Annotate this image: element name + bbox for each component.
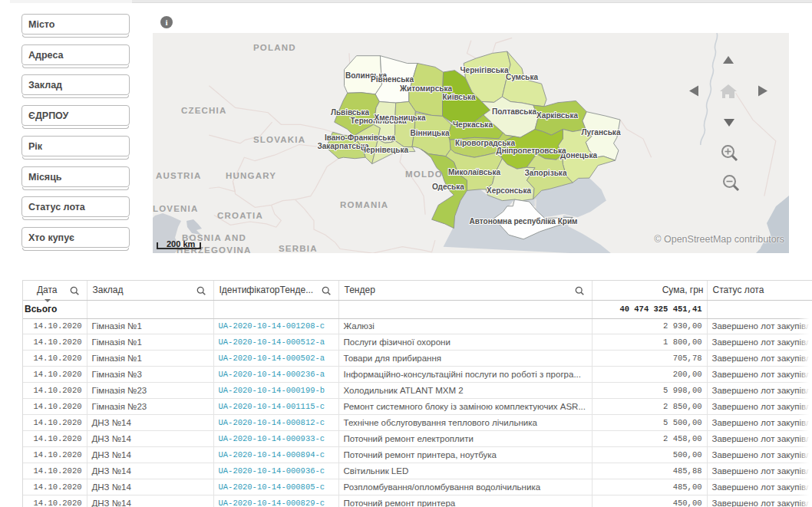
svg-text:Полтавська: Полтавська <box>492 107 537 116</box>
svg-text:Сумська: Сумська <box>506 72 539 81</box>
svg-text:Рівненська: Рівненська <box>371 74 414 84</box>
svg-text:Чернівецька: Чернівецька <box>361 145 409 154</box>
svg-text:Кіровоградська: Кіровоградська <box>455 138 516 147</box>
svg-text:CZECHIA: CZECHIA <box>181 106 227 115</box>
svg-text:AUSTRIA: AUSTRIA <box>156 171 202 180</box>
svg-text:SLOVAKIA: SLOVAKIA <box>253 135 305 144</box>
svg-text:Миколаївська: Миколаївська <box>448 167 501 176</box>
svg-text:SERBIA: SERBIA <box>279 244 318 253</box>
svg-text:Київська: Київська <box>443 92 477 101</box>
svg-text:Чернігівська: Чернігівська <box>460 65 510 74</box>
svg-text:CROATIA: CROATIA <box>217 211 263 220</box>
svg-text:Черкаська: Черкаська <box>453 120 493 129</box>
svg-text:Харківська: Харківська <box>536 110 579 120</box>
svg-text:POLAND: POLAND <box>253 43 296 52</box>
svg-text:Автономна республіка Крим: Автономна республіка Крим <box>470 216 578 226</box>
svg-text:Хмельницька: Хмельницька <box>375 113 427 122</box>
svg-text:Запорізька: Запорізька <box>525 168 568 177</box>
svg-text:Одеська: Одеська <box>432 182 465 191</box>
svg-text:Вінницька: Вінницька <box>411 128 451 137</box>
svg-text:ROMANIA: ROMANIA <box>340 200 388 209</box>
svg-text:Херсонська: Херсонська <box>487 186 532 195</box>
svg-text:Луганська: Луганська <box>582 127 622 137</box>
svg-text:HUNGARY: HUNGARY <box>226 171 276 180</box>
svg-text:LOVENIA: LOVENIA <box>153 204 199 213</box>
